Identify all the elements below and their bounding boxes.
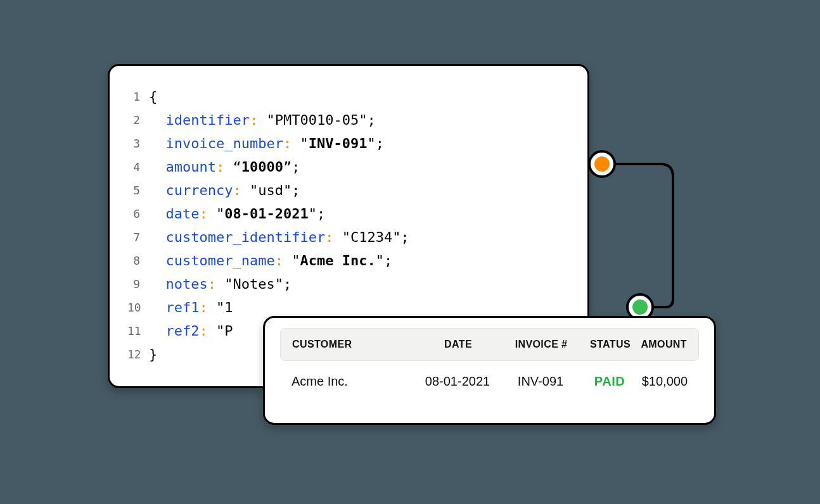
code-text: identifier: "PMT0010-05"; <box>149 108 376 132</box>
code-line: 1{ <box>127 85 570 108</box>
gutter-number: 6 <box>127 202 149 225</box>
code-text: { <box>149 85 157 108</box>
gutter-number: 2 <box>127 108 149 132</box>
gutter-number: 5 <box>127 179 149 202</box>
code-line: 9 notes: "Notes"; <box>127 272 570 296</box>
gutter-number: 3 <box>127 132 149 155</box>
code-line: 2 identifier: "PMT0010-05"; <box>127 108 570 132</box>
code-line: 7 customer_identifier: "C1234"; <box>127 225 570 249</box>
cell-date: 08-01-2021 <box>413 374 502 389</box>
svg-point-2 <box>627 294 653 317</box>
svg-point-0 <box>589 151 615 177</box>
header-customer: CUSTOMER <box>292 339 414 350</box>
invoice-card: CUSTOMER DATE INVOICE # STATUS AMOUNT Ac… <box>263 316 716 425</box>
green-node-icon <box>627 294 653 317</box>
gutter-number: 10 <box>127 296 149 319</box>
invoice-table-row: Acme Inc. 08-01-2021 INV-091 PAID $10,00… <box>280 361 699 401</box>
header-invoice: INVOICE # <box>503 339 580 350</box>
orange-node-icon <box>589 151 615 177</box>
code-text: amount: “10000”; <box>149 155 300 179</box>
header-amount: AMOUNT <box>641 339 687 350</box>
code-line: 5 currency: "usd"; <box>127 179 570 202</box>
gutter-number: 9 <box>127 272 149 296</box>
invoice-table-header: CUSTOMER DATE INVOICE # STATUS AMOUNT <box>280 328 699 361</box>
code-text: notes: "Notes"; <box>149 272 291 296</box>
cell-amount: $10,000 <box>640 374 688 389</box>
code-line: 4 amount: “10000”; <box>127 155 570 179</box>
svg-point-3 <box>632 299 648 315</box>
cell-status: PAID <box>579 374 640 389</box>
gutter-number: 11 <box>127 319 149 343</box>
svg-point-1 <box>594 156 610 172</box>
gutter-number: 7 <box>127 225 149 249</box>
code-text: customer_name: "Acme Inc."; <box>149 249 392 272</box>
gutter-number: 12 <box>127 343 149 366</box>
code-line: 6 date: "08-01-2021"; <box>127 202 570 225</box>
code-text: invoice_number: "INV-091"; <box>149 132 384 155</box>
header-date: DATE <box>414 339 503 350</box>
code-text: date: "08-01-2021"; <box>149 202 325 225</box>
code-line: 3 invoice_number: "INV-091"; <box>127 132 570 155</box>
gutter-number: 8 <box>127 249 149 272</box>
gutter-number: 4 <box>127 155 149 179</box>
code-text: ref2: "P <box>149 319 233 343</box>
code-line: 8 customer_name: "Acme Inc."; <box>127 249 570 272</box>
code-text: ref1: "1 <box>149 296 233 319</box>
cell-customer: Acme Inc. <box>291 374 413 389</box>
code-text: currency: "usd"; <box>149 179 300 202</box>
code-text: } <box>149 343 157 366</box>
header-status: STATUS <box>580 339 641 350</box>
cell-invoice: INV-091 <box>502 374 579 389</box>
connector-graphic <box>587 148 695 317</box>
code-text: customer_identifier: "C1234"; <box>149 225 409 249</box>
gutter-number: 1 <box>127 85 149 108</box>
